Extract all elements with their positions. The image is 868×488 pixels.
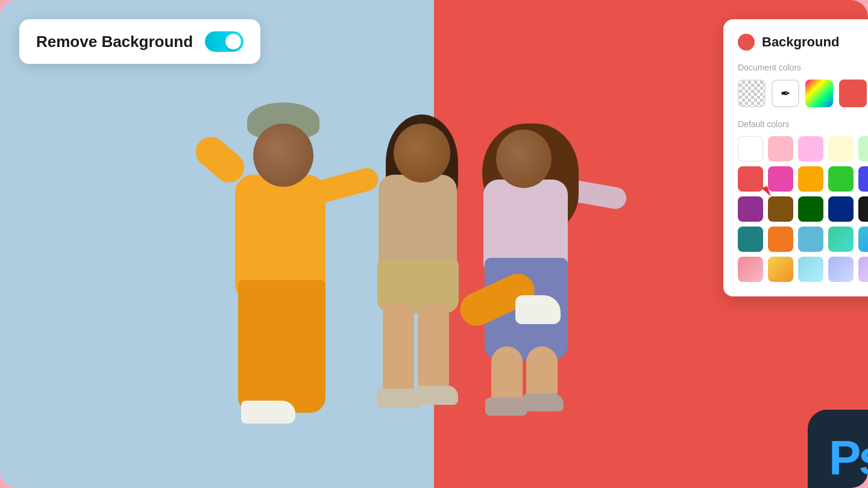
color-dark-green[interactable]	[798, 196, 823, 222]
swatch-transparent[interactable]	[738, 80, 766, 107]
main-card: Remove Background Background × Document …	[0, 0, 868, 488]
grad-teal[interactable]	[828, 227, 854, 252]
color-light-green[interactable]	[858, 136, 868, 161]
shoe-c2	[416, 386, 458, 405]
shoe-r2	[523, 393, 564, 411]
head-center	[394, 124, 450, 183]
color-purple[interactable]	[738, 196, 763, 222]
color-light-yellow[interactable]	[828, 136, 854, 161]
torso-left	[235, 175, 326, 295]
shoe-stand	[241, 401, 295, 424]
toggle-switch[interactable]	[205, 31, 244, 52]
color-panel: Background × Document colors ✒ Default c…	[723, 19, 868, 296]
color-dark-blue[interactable]	[828, 196, 854, 222]
people-scene	[223, 90, 645, 488]
swatch-eyedropper[interactable]: ✒	[772, 80, 799, 107]
document-colors-label: Document colors	[738, 63, 868, 72]
swatch-gradient[interactable]	[805, 80, 833, 107]
head-left	[253, 124, 313, 187]
default-colors-label: Default colors	[738, 119, 868, 129]
color-grid	[738, 136, 868, 282]
panel-title-group: Background	[738, 34, 839, 51]
color-light-magenta[interactable]	[798, 136, 823, 161]
pants-left	[238, 280, 326, 413]
color-green[interactable]	[828, 166, 854, 192]
toggle-label: Remove Background	[36, 33, 193, 51]
color-red[interactable]	[738, 166, 763, 192]
shoe-kick	[515, 295, 561, 324]
grad-blue-cyan[interactable]	[858, 227, 868, 252]
grad-periwinkle[interactable]	[828, 257, 854, 282]
document-colors-row: ✒	[738, 80, 868, 107]
eyedropper-icon: ✒	[781, 86, 791, 101]
color-brown[interactable]	[768, 196, 793, 222]
head-right	[496, 130, 552, 188]
toggle-knob	[225, 34, 241, 49]
grad-light-pink[interactable]	[738, 257, 763, 282]
leg-c2	[418, 301, 449, 398]
top-right	[483, 180, 568, 270]
panel-circle	[738, 34, 755, 51]
ps-badge: Ps	[808, 410, 868, 488]
shoe-r1	[485, 398, 527, 416]
panel-header: Background ×	[738, 34, 868, 51]
color-orange[interactable]	[798, 166, 823, 192]
swatch-doc-red[interactable]	[839, 80, 867, 107]
color-hot-pink[interactable]	[768, 166, 793, 192]
toggle-card: Remove Background	[19, 19, 260, 64]
color-teal[interactable]	[738, 227, 763, 252]
grad-lavender[interactable]	[858, 257, 868, 282]
color-white[interactable]	[738, 136, 763, 161]
grad-ice[interactable]	[798, 257, 823, 282]
color-sky-blue[interactable]	[798, 227, 823, 252]
color-blue[interactable]	[858, 166, 868, 192]
torso-center	[379, 175, 457, 271]
color-burnt-orange[interactable]	[768, 227, 793, 252]
color-near-black[interactable]	[858, 196, 868, 222]
ps-text: Ps	[829, 430, 868, 486]
grad-yellow-orange[interactable]	[768, 257, 793, 282]
panel-title: Background	[762, 34, 839, 50]
shoe-c1	[377, 389, 422, 408]
color-light-pink[interactable]	[768, 136, 793, 161]
